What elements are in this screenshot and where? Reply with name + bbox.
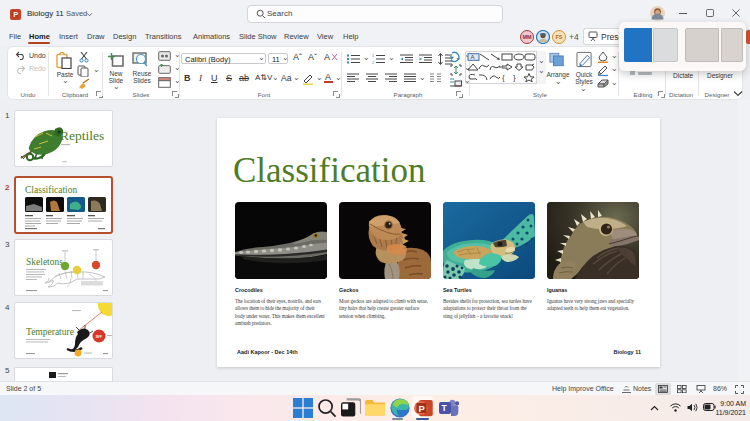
svg-text:Classification: Classification <box>25 185 77 195</box>
svg-text:A: A <box>471 54 475 60</box>
svg-text:2: 2 <box>372 60 375 65</box>
svg-text:Temperature: Temperature <box>26 327 74 337</box>
svg-text:T: T <box>441 403 447 413</box>
svg-text:1: 1 <box>372 54 375 58</box>
svg-text:P: P <box>13 10 18 19</box>
svg-text:Reptiles: Reptiles <box>60 128 104 143</box>
svg-text:P: P <box>419 404 425 414</box>
svg-text:Skeletons: Skeletons <box>26 257 63 267</box>
svg-text:38°F: 38°F <box>96 335 103 339</box>
